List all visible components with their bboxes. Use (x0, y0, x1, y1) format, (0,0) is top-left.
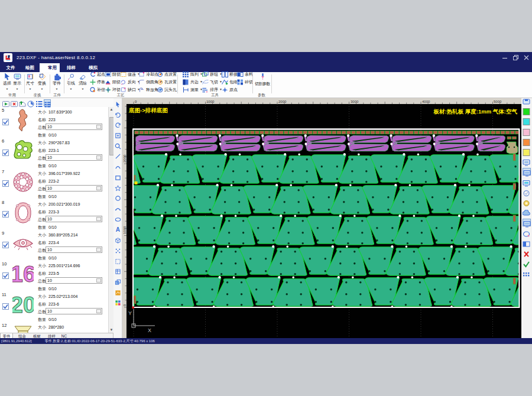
svg-text:2000: 2000 (123, 154, 126, 163)
svg-text:20: 20 (12, 293, 34, 317)
svg-text:X: X (148, 327, 151, 333)
svg-text:16: 16 (12, 262, 34, 286)
svg-text:0: 0 (123, 304, 126, 306)
svg-text:底图->排样底图: 底图->排样底图 (128, 107, 168, 113)
svg-text:3000: 3000 (351, 100, 359, 103)
svg-text:5000: 5000 (494, 100, 502, 103)
svg-text:4000: 4000 (422, 100, 430, 103)
svg-text:1000: 1000 (123, 226, 126, 234)
svg-text:Y: Y (128, 310, 132, 316)
svg-text:板材:热轧板 厚度:1mm 气体:空气: 板材:热轧板 厚度:1mm 气体:空气 (433, 108, 518, 115)
svg-text:A: A (115, 226, 120, 233)
svg-text:2000: 2000 (278, 100, 287, 103)
svg-text:0: 0 (135, 100, 137, 103)
svg-text:1000: 1000 (206, 100, 215, 103)
